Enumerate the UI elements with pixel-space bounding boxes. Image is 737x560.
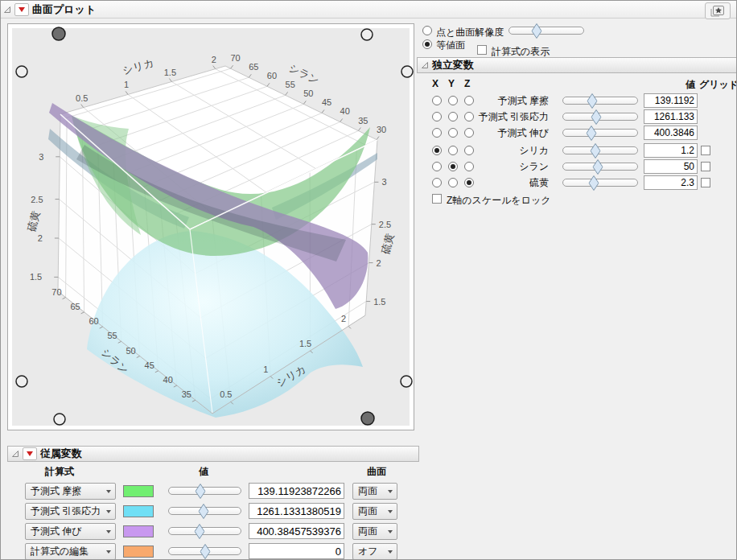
grid-checkbox[interactable] [701, 146, 710, 155]
variable-label: 予測式 伸び [466, 126, 549, 140]
surface-style-select[interactable]: 両面 [352, 523, 397, 540]
value-input[interactable] [644, 93, 698, 108]
variable-slider[interactable] [562, 159, 638, 175]
variable-slider[interactable] [562, 175, 638, 191]
x-radio[interactable] [432, 162, 442, 171]
svg-text:60: 60 [267, 71, 277, 80]
slider-thumb[interactable] [593, 159, 603, 175]
x-radio[interactable] [432, 178, 442, 187]
slider-thumb[interactable] [531, 23, 541, 39]
variable-slider[interactable] [562, 93, 638, 109]
disclosure-triangle-icon[interactable] [421, 61, 429, 69]
rotation-handle-left-upper[interactable] [16, 66, 27, 77]
svg-text:50: 50 [126, 346, 136, 356]
resolution-radio[interactable] [422, 26, 432, 35]
value-input[interactable] [249, 543, 344, 559]
slider-thumb[interactable] [200, 544, 210, 559]
surface-plot-canvas[interactable]: 0.511.5270656055504540353032.521.532.521… [8, 24, 414, 430]
value-input[interactable] [249, 503, 344, 519]
formula-select[interactable]: 予測式 摩擦 [25, 483, 116, 500]
surface-style-select[interactable]: オフ [352, 543, 397, 560]
svg-text:1: 1 [124, 80, 129, 89]
variable-slider[interactable] [562, 126, 638, 141]
x-radio[interactable] [432, 112, 442, 121]
value-input[interactable] [249, 523, 344, 539]
value-input[interactable] [644, 143, 698, 158]
y-radio[interactable] [448, 178, 458, 187]
slider-track[interactable] [562, 179, 638, 187]
independent-row-silica: シリカ [418, 143, 737, 159]
surface-color-swatch[interactable] [123, 525, 154, 537]
value-slider[interactable] [168, 504, 241, 519]
surface-color-swatch[interactable] [123, 505, 154, 517]
value-slider[interactable] [168, 544, 241, 559]
surface-style-select[interactable]: 両面 [352, 503, 397, 520]
y-radio[interactable] [448, 128, 458, 138]
value-input[interactable] [644, 159, 698, 174]
x-radio[interactable] [432, 146, 442, 155]
rotation-handle-top-filled[interactable] [52, 27, 65, 40]
svg-text:2.5: 2.5 [379, 220, 391, 229]
slider-thumb[interactable] [588, 175, 599, 191]
rotation-handle-top-right[interactable] [361, 29, 373, 40]
isosurface-radio[interactable] [422, 39, 432, 49]
slider-thumb[interactable] [198, 504, 208, 519]
slider-thumb[interactable] [591, 109, 602, 125]
red-menu-button[interactable] [23, 447, 37, 460]
disclosure-triangle-icon[interactable] [11, 450, 19, 458]
variable-label: 予測式 摩擦 [466, 93, 549, 108]
value-input[interactable] [644, 109, 698, 124]
formula-select[interactable]: 計算式の編集 [25, 543, 116, 560]
independent-row-elongation: 予測式 伸び [418, 126, 737, 141]
value-input[interactable] [644, 175, 698, 190]
value-input[interactable] [249, 483, 344, 499]
disclosure-triangle-icon[interactable] [3, 6, 11, 14]
dependent-panel-header[interactable]: 従属変数 [7, 446, 419, 462]
variable-slider[interactable] [562, 143, 638, 159]
formula-select[interactable]: 予測式 伸び [25, 523, 116, 540]
variable-slider[interactable] [562, 109, 638, 125]
slider-track[interactable] [508, 27, 584, 35]
surface-plot-panel[interactable]: 0.511.5270656055504540353032.521.532.521… [7, 23, 414, 430]
formula-select-value: 計算式の編集 [31, 545, 89, 558]
slider-thumb[interactable] [195, 524, 205, 539]
surface-color-swatch[interactable] [123, 546, 154, 558]
resolution-slider[interactable] [508, 23, 584, 39]
slider-thumb[interactable] [586, 126, 596, 141]
y-radio[interactable] [448, 96, 458, 105]
x-radio[interactable] [432, 96, 442, 105]
value-slider[interactable] [168, 524, 241, 539]
surface-plot-window: 曲面プロット [0, 0, 737, 560]
rotation-handle-bottom-filled[interactable] [361, 412, 374, 425]
svg-text:70: 70 [51, 287, 61, 297]
slider-thumb[interactable] [587, 93, 597, 109]
svg-text:40: 40 [163, 375, 173, 385]
surface-style-select[interactable]: 両面 [352, 483, 397, 500]
independent-panel-header[interactable]: 独立変数 [417, 57, 737, 73]
show-formula-checkbox[interactable] [477, 45, 487, 55]
grid-checkbox[interactable] [701, 178, 710, 187]
rotation-handle-bottom-left[interactable] [54, 414, 65, 425]
red-triangle-icon [19, 7, 25, 12]
value-slider[interactable] [168, 484, 241, 499]
y-radio[interactable] [448, 162, 458, 171]
value-input[interactable] [644, 126, 698, 140]
slider-track[interactable] [562, 97, 638, 105]
y-radio[interactable] [448, 146, 458, 155]
independent-row-tensile: 予測式 引張応力 [418, 109, 737, 125]
y-radio[interactable] [448, 112, 458, 121]
x-radio[interactable] [432, 128, 442, 138]
rotation-handle-left-lower[interactable] [16, 376, 27, 387]
bookmark-button[interactable] [705, 2, 731, 19]
surface-color-swatch[interactable] [123, 485, 154, 497]
grid-checkbox[interactable] [701, 162, 710, 171]
lock-z-scale-checkbox[interactable] [432, 194, 442, 204]
formula-select[interactable]: 予測式 引張応力 [25, 503, 116, 520]
slider-thumb[interactable] [591, 143, 601, 159]
red-menu-button[interactable] [14, 3, 29, 16]
rotation-handle-right-lower[interactable] [401, 376, 412, 387]
rotation-handle-right-upper[interactable] [401, 66, 413, 77]
col-surface-header: 曲面 [367, 465, 386, 479]
slider-thumb[interactable] [196, 484, 206, 499]
slider-track[interactable] [562, 129, 638, 137]
